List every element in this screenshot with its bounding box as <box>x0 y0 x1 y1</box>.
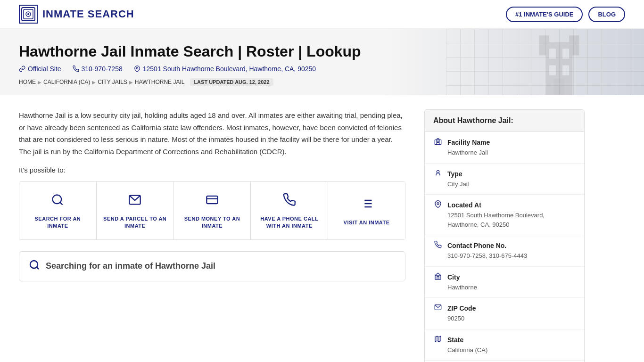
action-money-label: SEND MONEY TO AN INMATE <box>180 215 245 230</box>
sidebar-item-zip: ZIP Code 90250 <box>425 298 584 329</box>
jail-description: Hawthorne Jail is a low security city ja… <box>19 109 405 157</box>
svg-point-12 <box>136 67 138 69</box>
sidebar-card: About Hawthorne Jail: Facility Name Hawt… <box>424 109 585 362</box>
location-icon <box>433 200 443 210</box>
type-value: City Jail <box>447 180 576 189</box>
action-card-search[interactable]: SEARCH FOR AN INMATE <box>19 182 97 239</box>
official-site-link[interactable]: Official Site <box>19 65 61 73</box>
logo-text: INMATE SEARCH <box>42 8 134 20</box>
city-label: City <box>447 273 460 281</box>
sidebar-title: About Hawthorne Jail: <box>425 110 584 132</box>
header: INMATE SEARCH #1 INMATE'S GUIDE BLOG <box>0 0 644 29</box>
phone-icon <box>283 193 296 210</box>
action-card-parcel[interactable]: SEND A PARCEL TO AN INMATE <box>97 182 174 239</box>
sidebar-item-facility-name: Facility Name Hawthorne Jail <box>425 132 584 164</box>
city-value: Hawthorne <box>447 283 576 292</box>
sidebar-item-location: Located At 12501 South Hawthorne Bouleva… <box>425 195 584 235</box>
sidebar-item-city: City Hawthorne <box>425 267 584 298</box>
breadcrumb-sep-1: ▶ <box>38 80 41 85</box>
action-search-label: SEARCH FOR AN INMATE <box>25 215 91 230</box>
search-box-icon <box>29 259 40 273</box>
svg-line-25 <box>37 267 39 269</box>
breadcrumb-state[interactable]: CALIFORNIA (CA) <box>43 79 90 85</box>
location-label: Located At <box>447 201 481 209</box>
state-icon <box>433 335 443 345</box>
address-meta: 12501 South Hawthorne Boulevard, Hawthor… <box>134 65 316 73</box>
svg-point-13 <box>53 195 62 204</box>
zip-label: ZIP Code <box>447 304 476 312</box>
hero-meta: Official Site 310-970-7258 12501 South H… <box>19 65 625 73</box>
svg-marker-32 <box>435 336 441 342</box>
state-label: State <box>447 336 463 344</box>
action-visit-label: VISIT AN INMATE <box>344 219 390 226</box>
type-label: Type <box>447 170 462 178</box>
sidebar-item-phone: Contact Phone No. 310-970-7258, 310-675-… <box>425 235 584 267</box>
svg-point-3 <box>27 13 29 15</box>
main-layout: Hawthorne Jail is a low security city ja… <box>0 109 644 362</box>
page-title: Hawthorne Jail Inmate Search | Roster | … <box>19 43 625 60</box>
visit-icon <box>360 197 373 214</box>
hero-section: Hawthorne Jail Inmate Search | Roster | … <box>0 29 644 95</box>
sidebar-item-state: State California (CA) <box>425 329 584 361</box>
content-left: Hawthorne Jail is a low security city ja… <box>19 109 424 362</box>
search-box-text: Searching for an inmate of Hawthorne Jai… <box>46 261 215 271</box>
breadcrumb: HOME ▶ CALIFORNIA (CA) ▶ CITY JAILS ▶ HA… <box>19 78 625 86</box>
header-nav: #1 INMATE'S GUIDE BLOG <box>506 7 625 22</box>
svg-point-24 <box>30 261 38 268</box>
breadcrumb-current: HAWTHORNE JAIL <box>135 79 185 85</box>
city-icon <box>433 272 443 282</box>
action-card-visit[interactable]: VISIT AN INMATE <box>328 182 405 239</box>
svg-rect-30 <box>435 275 441 280</box>
breadcrumb-category[interactable]: CITY JAILS <box>98 79 127 85</box>
contact-phone-icon <box>433 241 443 250</box>
last-updated-badge: LAST UPDATED AUG. 12, 2022 <box>190 78 273 86</box>
facility-name-label: Facility Name <box>447 139 490 146</box>
svg-line-14 <box>60 202 63 205</box>
phone-link[interactable]: 310-970-7258 <box>73 65 123 73</box>
blog-button[interactable]: BLOG <box>588 7 625 22</box>
breadcrumb-sep-3: ▶ <box>129 80 133 85</box>
guide-button[interactable]: #1 INMATE'S GUIDE <box>506 7 583 22</box>
action-parcel-label: SEND A PARCEL TO AN INMATE <box>102 215 168 230</box>
svg-rect-27 <box>437 141 439 142</box>
action-card-phone[interactable]: HAVE A PHONE CALL WITH AN INMATE <box>251 182 328 239</box>
sidebar: About Hawthorne Jail: Facility Name Hawt… <box>424 109 585 362</box>
parcel-icon <box>128 193 141 210</box>
contact-phone-label: Contact Phone No. <box>447 242 506 249</box>
action-phone-label: HAVE A PHONE CALL WITH AN INMATE <box>256 215 322 230</box>
svg-rect-16 <box>206 196 217 204</box>
type-icon <box>433 169 443 179</box>
location-value: 12501 South Hawthorne Boulevard, Hawthor… <box>447 211 576 229</box>
zip-icon <box>433 304 443 313</box>
logo-area: INMATE SEARCH <box>19 5 134 24</box>
sidebar-item-type: Type City Jail <box>425 164 584 195</box>
logo-icon <box>19 5 38 24</box>
possible-text: It's possible to: <box>19 166 405 174</box>
svg-point-29 <box>437 203 439 205</box>
action-card-money[interactable]: SEND MONEY TO AN INMATE <box>174 182 251 239</box>
svg-point-28 <box>437 170 439 173</box>
action-cards: SEARCH FOR AN INMATE SEND A PARCEL TO AN… <box>19 181 405 240</box>
money-icon <box>206 193 219 210</box>
breadcrumb-home[interactable]: HOME <box>19 79 36 85</box>
facility-icon <box>433 138 443 147</box>
zip-value: 90250 <box>447 314 576 323</box>
breadcrumb-sep-2: ▶ <box>92 80 96 85</box>
search-icon <box>51 193 64 210</box>
search-box[interactable]: Searching for an inmate of Hawthorne Jai… <box>19 251 405 281</box>
contact-phone-value: 310-970-7258, 310-675-4443 <box>447 251 576 261</box>
state-value: California (CA) <box>447 346 576 355</box>
svg-rect-26 <box>435 140 441 145</box>
facility-name-value: Hawthorne Jail <box>447 148 576 157</box>
